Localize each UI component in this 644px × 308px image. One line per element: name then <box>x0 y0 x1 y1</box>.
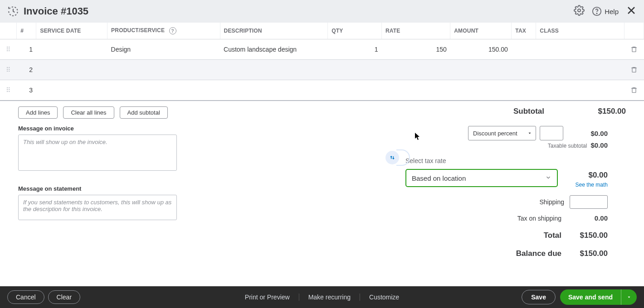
select-tax-rate-label: Select tax rate <box>405 157 558 164</box>
save-button[interactable]: Save <box>522 290 556 304</box>
col-class: CLASS <box>536 23 624 39</box>
discount-type-select[interactable]: Discount percent <box>468 126 536 140</box>
message-statement-input[interactable] <box>18 195 177 220</box>
svg-rect-6 <box>632 68 636 72</box>
col-rate: RATE <box>382 23 450 39</box>
trash-icon[interactable] <box>628 46 640 53</box>
tax-on-shipping-label: Tax on shipping <box>517 215 561 222</box>
col-product: PRODUCT/SERVICE ? <box>107 23 220 39</box>
customize-link[interactable]: Customize <box>360 294 408 301</box>
footer-bar: Cancel Clear Print or Preview Make recur… <box>0 286 644 308</box>
svg-marker-8 <box>529 132 531 134</box>
drag-handle-icon[interactable]: ⠿ <box>6 87 10 93</box>
add-lines-button[interactable]: Add lines <box>18 106 58 119</box>
tax-rate-select[interactable]: Based on location <box>405 169 558 187</box>
svg-rect-5 <box>632 48 636 52</box>
subtotal-value: $150.00 <box>585 107 626 116</box>
table-row[interactable]: ⠿ 3 <box>0 80 644 101</box>
help-button[interactable]: Help <box>592 6 619 16</box>
clear-all-lines-button[interactable]: Clear all lines <box>63 106 114 119</box>
make-recurring-link[interactable]: Make recurring <box>299 294 360 301</box>
taxable-subtotal-value: $0.00 <box>590 141 608 149</box>
svg-rect-7 <box>632 88 636 92</box>
discount-amount: $0.00 <box>567 130 608 137</box>
shipping-label: Shipping <box>540 198 565 206</box>
taxable-subtotal-label: Taxable subtotal <box>548 143 587 149</box>
svg-point-0 <box>578 9 581 12</box>
col-number: # <box>17 23 36 39</box>
help-label: Help <box>605 8 619 15</box>
message-statement-label: Message on statement <box>18 185 381 192</box>
add-subtotal-button[interactable]: Add subtotal <box>120 106 168 119</box>
chevron-down-icon <box>545 174 551 182</box>
svg-point-2 <box>596 13 597 14</box>
col-amount: AMOUNT <box>450 23 512 39</box>
swap-order-button[interactable] <box>385 149 410 166</box>
col-qty: QTY <box>328 23 382 39</box>
drag-handle-icon[interactable]: ⠿ <box>6 46 10 53</box>
tax-on-shipping-value: 0.00 <box>567 214 608 222</box>
save-and-send-button[interactable]: Save and send <box>560 289 637 305</box>
subtotal-label: Subtotal <box>513 107 544 116</box>
balance-due-label: Balance due <box>516 249 561 258</box>
message-invoice-label: Message on invoice <box>18 125 381 132</box>
trash-icon[interactable] <box>628 87 640 94</box>
table-row[interactable]: ⠿ 1 Design Custom landscape design 1 150… <box>0 39 644 60</box>
col-service-date: SERVICE DATE <box>36 23 107 39</box>
help-icon[interactable]: ? <box>169 27 176 34</box>
cancel-button[interactable]: Cancel <box>7 290 44 304</box>
clear-button[interactable]: Clear <box>48 290 80 304</box>
line-items-table: # SERVICE DATE PRODUCT/SERVICE ? DESCRIP… <box>0 23 644 101</box>
gear-icon[interactable] <box>574 5 585 18</box>
page-title: Invoice #1035 <box>24 5 88 17</box>
chevron-down-icon <box>527 130 532 137</box>
discount-value-input[interactable] <box>540 126 563 140</box>
table-row[interactable]: ⠿ 2 <box>0 60 644 80</box>
balance-due-value: $150.00 <box>567 249 608 258</box>
drag-handle-icon[interactable]: ⠿ <box>6 67 10 73</box>
svg-marker-9 <box>628 297 630 298</box>
shipping-input[interactable] <box>570 195 608 209</box>
total-value: $150.00 <box>567 231 608 240</box>
col-tax: TAX <box>512 23 536 39</box>
close-icon[interactable] <box>626 5 637 18</box>
trash-icon[interactable] <box>628 66 640 73</box>
history-icon[interactable] <box>7 5 19 17</box>
message-invoice-input[interactable] <box>18 135 177 171</box>
tax-amount: $0.00 <box>567 171 608 180</box>
chevron-down-icon[interactable] <box>621 289 637 305</box>
print-preview-link[interactable]: Print or Preview <box>236 294 299 301</box>
col-description: DESCRIPTION <box>220 23 328 39</box>
see-the-math-link[interactable]: See the math <box>576 182 608 188</box>
header-bar: Invoice #1035 Help <box>0 0 644 23</box>
total-label: Total <box>544 231 561 240</box>
